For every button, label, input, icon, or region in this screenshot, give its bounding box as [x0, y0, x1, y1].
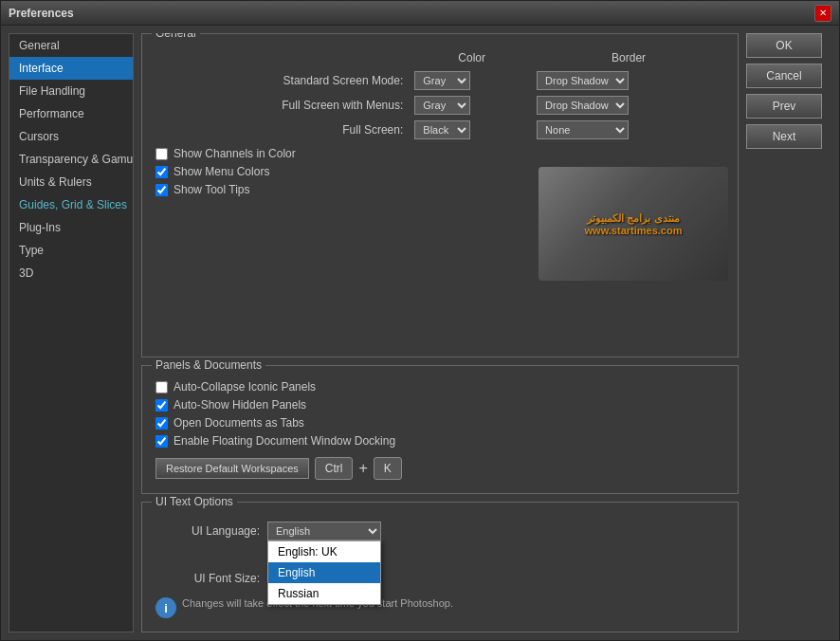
checkbox-open-docs-label: Open Documents as Tabs: [173, 416, 304, 430]
checkbox-floating-dock-label: Enable Floating Document Window Docking: [173, 434, 395, 448]
checkbox-menu-colors-label: Show Menu Colors: [173, 165, 269, 178]
next-button[interactable]: Next: [746, 124, 822, 149]
checkbox-auto-collapse-input[interactable]: [155, 381, 168, 394]
checkbox-show-channels: Show Channels in Color: [155, 147, 724, 160]
border-select-2[interactable]: Drop Shadow None Line: [537, 120, 629, 139]
panels-docs-panel: Panels & Documents Auto-Collapse Iconic …: [141, 365, 739, 494]
color-select-2[interactable]: Gray Black White: [414, 120, 470, 139]
title-bar: Preferences ✕: [1, 1, 839, 26]
buttons-panel: OK Cancel Prev Next: [746, 33, 831, 632]
sidebar-item-plugins[interactable]: Plug-Ins: [9, 216, 133, 239]
panels-docs-title: Panels & Documents: [152, 358, 265, 372]
table-row: Standard Screen Mode: Gray Black White: [155, 68, 724, 93]
kbd-k: K: [374, 457, 402, 480]
sidebar-item-3d[interactable]: 3D: [9, 262, 133, 284]
lang-option-english[interactable]: English: [268, 562, 380, 583]
uitext-title: UI Text Options: [152, 495, 237, 508]
checkbox-auto-show-input[interactable]: [155, 399, 168, 412]
screen-mode-table: Color Border Standard Screen Mode: Gray …: [155, 51, 724, 142]
color-header: Color: [411, 51, 533, 68]
cancel-button[interactable]: Cancel: [746, 64, 822, 88]
plus-icon: +: [358, 460, 367, 477]
checkbox-auto-show-label: Auto-Show Hidden Panels: [173, 398, 306, 412]
row-label-2: Full Screen:: [155, 118, 411, 142]
sidebar-item-interface[interactable]: Interface: [9, 57, 133, 80]
checkbox-open-docs: Open Documents as Tabs: [155, 416, 724, 430]
sidebar-item-guides[interactable]: Guides, Grid & Slices: [9, 193, 133, 216]
kbd-row: Restore Default Workspaces Ctrl + K: [155, 457, 724, 480]
restore-workspaces-button[interactable]: Restore Default Workspaces: [155, 458, 309, 479]
kbd-ctrl: Ctrl: [315, 457, 354, 480]
info-icon: i: [155, 597, 176, 618]
general-panel-title: General: [152, 33, 200, 40]
color-select-0[interactable]: Gray Black White: [414, 71, 470, 90]
checkbox-auto-show: Auto-Show Hidden Panels: [155, 398, 724, 412]
close-button[interactable]: ✕: [814, 5, 831, 22]
prev-button[interactable]: Prev: [746, 94, 822, 119]
checkbox-channels-label: Show Channels in Color: [173, 147, 296, 160]
checkbox-auto-collapse-label: Auto-Collapse Iconic Panels: [173, 380, 316, 394]
checkbox-auto-collapse: Auto-Collapse Iconic Panels: [155, 380, 724, 394]
sidebar-item-general[interactable]: General: [9, 34, 133, 57]
lang-label: UI Language:: [155, 524, 260, 538]
checkbox-tooltips-input[interactable]: [155, 184, 168, 196]
sidebar: General Interface File Handling Performa…: [9, 33, 134, 632]
font-row: UI Font Size: English: [155, 569, 724, 588]
lang-select[interactable]: English English: UK Russian: [267, 522, 381, 540]
font-label: UI Font Size:: [155, 572, 260, 585]
lang-option-russian[interactable]: Russian: [268, 583, 380, 604]
window-title: Preferences: [9, 7, 814, 20]
table-row: Full Screen: Gray Black White Dr: [155, 118, 724, 142]
ok-button[interactable]: OK: [746, 33, 822, 58]
lang-dropdown-container: English English: UK Russian English: UK …: [267, 522, 381, 540]
checkbox-floating-dock-input[interactable]: [155, 435, 168, 448]
info-row: i Changes will take effect the next time…: [155, 597, 724, 618]
sidebar-item-cursors[interactable]: Cursors: [9, 125, 133, 148]
checkbox-tooltips-label: Show Tool Tips: [173, 183, 250, 196]
sidebar-item-units[interactable]: Units & Rulers: [9, 171, 133, 193]
main-area: General منتدى برامج الكمبيوترwww.startim…: [141, 33, 739, 632]
sidebar-item-type[interactable]: Type: [9, 239, 133, 262]
checkbox-open-docs-input[interactable]: [155, 417, 168, 430]
color-select-1[interactable]: Gray Black White: [414, 96, 470, 115]
preferences-window: Preferences ✕ General Interface File Han…: [0, 0, 840, 641]
sidebar-item-transparency[interactable]: Transparency & Gamut: [9, 148, 133, 171]
border-header: Border: [533, 51, 724, 68]
border-select-0[interactable]: Drop Shadow None Line: [537, 71, 629, 90]
border-select-1[interactable]: Drop Shadow None Line: [537, 96, 629, 115]
checkbox-channels-input[interactable]: [155, 148, 168, 160]
checkbox-menu-colors-input[interactable]: [155, 166, 168, 178]
general-panel: General منتدى برامج الكمبيوترwww.startim…: [141, 33, 739, 357]
table-row: Full Screen with Menus: Gray Black White: [155, 93, 724, 118]
sidebar-item-performance[interactable]: Performance: [9, 102, 133, 125]
sidebar-item-file-handling[interactable]: File Handling: [9, 80, 133, 102]
lang-dropdown-menu: English: UK English Russian: [267, 540, 381, 605]
content-area: General Interface File Handling Performa…: [1, 26, 839, 640]
lang-row: UI Language: English English: UK Russian…: [155, 522, 724, 540]
watermark-image: منتدى برامج الكمبيوترwww.startimes.com: [539, 167, 728, 281]
uitext-panel: UI Text Options UI Language: English Eng…: [141, 502, 739, 632]
row-label-1: Full Screen with Menus:: [155, 93, 411, 118]
lang-option-uk[interactable]: English: UK: [268, 541, 380, 562]
row-label-0: Standard Screen Mode:: [155, 68, 411, 93]
checkbox-floating-dock: Enable Floating Document Window Docking: [155, 434, 724, 448]
